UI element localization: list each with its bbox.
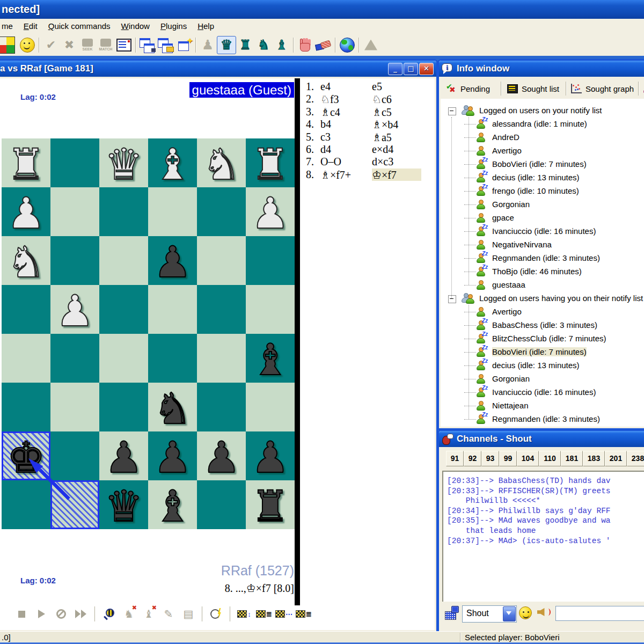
maximize-button[interactable]: □ xyxy=(404,63,418,75)
emoticon-button[interactable] xyxy=(519,606,532,619)
square-f4[interactable] xyxy=(2,285,50,334)
tree-user-row[interactable]: guestaaa xyxy=(441,279,644,292)
square-b2[interactable] xyxy=(197,187,246,236)
clock-button[interactable] xyxy=(208,606,225,622)
keyboard-lock-icon[interactable] xyxy=(445,606,460,620)
channel-tab-104[interactable]: 104 xyxy=(517,451,539,466)
close-button[interactable]: ✕ xyxy=(419,63,434,75)
chevron-down-icon[interactable] xyxy=(503,606,516,621)
user-name[interactable]: guestaaa xyxy=(492,280,525,289)
queen-button[interactable]: ♛ xyxy=(217,36,236,54)
user-name[interactable]: NegativeNirvana xyxy=(492,240,552,249)
tree-user-row[interactable]: ZzBoboVieri (idle: 7 minutes) xyxy=(441,346,644,359)
tree-user-row[interactable]: Zzfrengo (idle: 10 minutes) xyxy=(441,185,644,198)
tree-user-row[interactable]: ZzIvanciuccio (idle: 16 minutes) xyxy=(441,225,644,238)
move-row[interactable]: 6.d4e×d4 xyxy=(300,143,421,156)
square-c8[interactable]: ♝ xyxy=(148,480,197,529)
open-windows-button[interactable] xyxy=(157,36,175,54)
square-b7[interactable]: ♟ xyxy=(197,431,246,480)
tree-user-row[interactable]: ZzRegnmanden (idle: 3 minutes) xyxy=(441,413,644,426)
tree-user-row[interactable]: ZzBabasChess (idle: 3 minutes) xyxy=(441,319,644,332)
square-c3[interactable]: ♟ xyxy=(148,236,197,285)
square-b1[interactable]: ♞ xyxy=(197,138,246,187)
move-row[interactable]: 2.♘f3♘c6 xyxy=(300,93,421,105)
menu-edit[interactable]: Edit xyxy=(18,20,43,32)
edit-position-button[interactable]: ✎ xyxy=(160,606,177,622)
square-a1[interactable]: ♜ xyxy=(246,138,295,187)
info-window-titlebar[interactable]: Info window xyxy=(439,61,644,77)
menu-window[interactable]: Window xyxy=(116,20,155,32)
tree-user-row[interactable]: Zzdecius (idle: 13 minutes) xyxy=(441,171,644,185)
handshake-button[interactable] xyxy=(314,36,333,54)
tab-sought-graph[interactable]: Sought graph xyxy=(571,80,634,97)
copy-position-button[interactable]: ▤ xyxy=(180,606,197,622)
tree-user-row[interactable]: ZzBoboVieri (idle: 7 minutes) xyxy=(441,158,644,171)
square-c4[interactable] xyxy=(148,285,197,334)
zoom-board-button[interactable] xyxy=(100,606,118,622)
speaker-icon[interactable] xyxy=(537,606,550,618)
user-name[interactable]: AndreD xyxy=(492,133,519,142)
square-f8[interactable] xyxy=(2,480,50,529)
tree-user-row[interactable]: ZzThoBjo (idle: 46 minutes) xyxy=(441,265,644,279)
square-e4[interactable]: ♟ xyxy=(50,285,99,334)
user-name[interactable]: Regnmanden (idle: 3 minutes) xyxy=(492,253,600,262)
move-row[interactable]: 8.♗×f7+♔×f7 xyxy=(300,169,421,181)
tree-user-row[interactable]: gpace xyxy=(441,211,644,225)
square-b3[interactable] xyxy=(197,236,246,285)
app-titlebar[interactable]: nected] xyxy=(0,0,644,19)
square-f3[interactable]: ♞ xyxy=(2,236,50,285)
user-name[interactable]: alessandra (idle: 1 minute) xyxy=(492,119,587,128)
minimize-button[interactable]: _ xyxy=(388,63,402,75)
tree-user-row[interactable]: Zzdecius (idle: 13 minutes) xyxy=(441,359,644,372)
clear-board-button[interactable]: ♝✖ xyxy=(140,606,157,622)
channel-select[interactable]: Shout xyxy=(462,605,517,623)
square-d3[interactable] xyxy=(99,236,148,285)
stop-hand-button[interactable] xyxy=(296,36,314,54)
user-name[interactable]: Niettajean xyxy=(492,401,529,410)
tree-user-row[interactable]: AndreD xyxy=(441,131,644,144)
tree-user-row[interactable]: Gorgonian xyxy=(441,198,644,211)
move-row[interactable]: 5.c3♗a5 xyxy=(300,131,421,143)
user-name[interactable]: ThoBjo (idle: 46 minutes) xyxy=(492,267,582,276)
square-d8[interactable]: ♛ xyxy=(99,480,148,529)
square-e8[interactable] xyxy=(50,480,99,529)
channel-tab-181[interactable]: 181 xyxy=(561,451,583,466)
square-a4[interactable] xyxy=(246,285,295,334)
tree-user-row[interactable]: ZzRegnmanden (idle: 3 minutes) xyxy=(441,252,644,265)
user-name[interactable]: Gorgonian xyxy=(492,374,530,383)
square-a7[interactable]: ♟ xyxy=(246,431,295,480)
tree-user-row[interactable]: NegativeNirvana xyxy=(441,238,644,252)
show-movelist-button[interactable]: ≣ xyxy=(255,606,273,622)
decline-button[interactable]: ✖ xyxy=(60,36,78,54)
user-name[interactable]: gpace xyxy=(492,213,514,222)
channel-tab-183[interactable]: 183 xyxy=(583,451,605,466)
square-f2[interactable]: ♟ xyxy=(2,187,50,236)
pawn-button[interactable]: ♟ xyxy=(199,36,217,54)
square-c2[interactable] xyxy=(148,187,197,236)
tree-group-row[interactable]: Logged on users having you on their noti… xyxy=(441,292,644,305)
square-c7[interactable]: ♟ xyxy=(148,431,197,480)
square-a5[interactable]: ♝ xyxy=(246,334,295,383)
tree-expander-icon[interactable] xyxy=(448,107,456,115)
menu-game[interactable]: me xyxy=(0,20,18,32)
new-window-button[interactable]: ✦ xyxy=(175,36,193,54)
square-f7[interactable]: ♚ xyxy=(2,431,50,480)
user-name[interactable]: BlitzChessClub (idle: 7 minutes) xyxy=(492,334,606,343)
square-f5[interactable] xyxy=(2,334,50,383)
show-coords-button[interactable]: ⋯ xyxy=(275,606,292,622)
tree-user-row[interactable]: ZzBlitzChessClub (idle: 7 minutes) xyxy=(441,332,644,346)
square-b4[interactable] xyxy=(197,285,246,334)
square-c1[interactable]: ♝ xyxy=(148,138,197,187)
menu-plugins[interactable]: Plugins xyxy=(155,20,192,32)
square-b6[interactable] xyxy=(197,383,246,431)
move-row[interactable]: 4.b4♗×b4 xyxy=(300,118,421,130)
user-name[interactable]: frengo (idle: 10 minutes) xyxy=(492,186,579,195)
square-e6[interactable] xyxy=(50,383,99,431)
play-button[interactable] xyxy=(33,606,50,622)
square-a6[interactable] xyxy=(246,383,295,431)
square-a8[interactable]: ♜ xyxy=(246,480,295,529)
accept-button[interactable]: ✔ xyxy=(42,36,60,54)
square-f6[interactable] xyxy=(2,383,50,431)
user-name[interactable]: Ivanciuccio (idle: 16 minutes) xyxy=(492,226,596,236)
channel-tab-110[interactable]: 110 xyxy=(539,451,561,466)
